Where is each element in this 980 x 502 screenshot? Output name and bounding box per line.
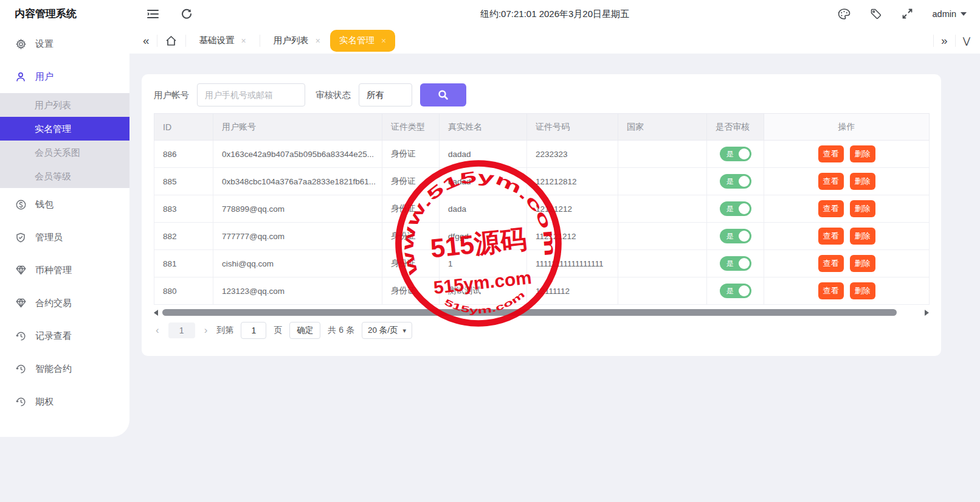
status-label: 审核状态 xyxy=(316,89,351,101)
fullscreen-icon[interactable] xyxy=(901,7,914,21)
sidebar-item-label: 用户 xyxy=(35,71,53,83)
view-button[interactable]: 查看 xyxy=(818,228,844,245)
sidebar-subitem-0[interactable]: 用户列表 xyxy=(0,93,129,117)
audit-toggle[interactable]: 是 xyxy=(720,256,751,271)
toggle-label: 是 xyxy=(726,259,734,269)
toggle-label: 是 xyxy=(726,176,734,187)
close-icon[interactable]: × xyxy=(381,36,386,46)
tab-label: 用户列表 xyxy=(274,35,309,46)
tab-label: 基础设置 xyxy=(199,35,235,46)
sidebar-item-label: 合约交易 xyxy=(35,298,72,309)
page-size-select[interactable]: 20 条/页 ▾ xyxy=(362,322,412,339)
row-id: 885 xyxy=(154,168,213,195)
sidebar-item-7[interactable]: 智能合约 xyxy=(0,352,129,385)
sidebar-item-3[interactable]: 管理员 xyxy=(0,221,129,254)
toggle-knob xyxy=(739,285,750,296)
user-menu[interactable]: admin xyxy=(933,9,967,19)
prev-page-icon[interactable]: ‹ xyxy=(154,324,161,336)
table-row: 8860x163ce42a9b407a5b095b6a83344e25...身份… xyxy=(154,141,930,168)
column-header: ID xyxy=(154,114,213,141)
confirm-page-button[interactable]: 确定 xyxy=(289,322,320,339)
chevron-down-icon xyxy=(961,12,967,16)
delete-button[interactable]: 删除 xyxy=(850,228,875,245)
audit-toggle[interactable]: 是 xyxy=(720,147,751,161)
view-button[interactable]: 查看 xyxy=(818,255,844,272)
tabs-scroll-right-icon[interactable]: » xyxy=(941,35,948,46)
filter-bar: 用户帐号 审核状态 所有 xyxy=(142,74,941,106)
audit-toggle[interactable]: 是 xyxy=(720,201,751,216)
sidebar-item-1[interactable]: 用户 xyxy=(0,60,129,93)
delete-button[interactable]: 删除 xyxy=(850,200,875,217)
delete-button[interactable]: 删除 xyxy=(850,255,875,272)
sidebar-item-label: 期权 xyxy=(35,396,53,408)
column-header: 真实姓名 xyxy=(440,114,527,141)
row-id: 881 xyxy=(154,250,213,277)
row-country xyxy=(618,277,707,305)
collapse-sidebar-icon[interactable] xyxy=(146,7,159,21)
sidebar-item-label: 记录查看 xyxy=(35,330,72,342)
refresh-icon[interactable] xyxy=(180,7,193,21)
audit-toggle[interactable]: 是 xyxy=(720,174,751,189)
delete-button[interactable]: 删除 xyxy=(850,173,875,190)
tag-icon[interactable] xyxy=(869,7,883,21)
gem-icon xyxy=(15,298,26,309)
close-icon[interactable]: × xyxy=(241,36,246,46)
tab-1[interactable]: 用户列表× xyxy=(267,27,326,54)
gear-icon xyxy=(15,38,26,49)
horizontal-scrollbar[interactable] xyxy=(154,309,929,316)
tab-0[interactable]: 基础设置× xyxy=(193,27,252,54)
sidebar-subitem-3[interactable]: 会员等级 xyxy=(0,164,129,188)
row-cert-type: 身份证 xyxy=(382,277,440,305)
close-icon[interactable]: × xyxy=(316,36,320,46)
page-number-button[interactable]: 1 xyxy=(168,322,195,338)
view-button[interactable]: 查看 xyxy=(818,282,844,299)
sidebar-subitem-2[interactable]: 会员关系图 xyxy=(0,141,129,164)
username: admin xyxy=(933,9,957,19)
sidebar-item-label: 设置 xyxy=(35,38,53,50)
sidebar-item-2[interactable]: 钱包 xyxy=(0,188,129,221)
tabs-scroll-left-icon[interactable]: « xyxy=(143,35,150,46)
view-button[interactable]: 查看 xyxy=(818,200,844,217)
scroll-left-arrow-icon[interactable] xyxy=(154,310,158,316)
next-page-icon[interactable]: › xyxy=(202,324,210,336)
tab-bar: « 基础设置×用户列表×实名管理× » ⋁ xyxy=(129,27,980,54)
app-title: 内容管理系统 xyxy=(15,0,77,27)
sidebar-item-0[interactable]: 设置 xyxy=(0,27,129,60)
column-header: 操作 xyxy=(764,114,930,141)
row-account: cishi@qq.com xyxy=(213,250,382,277)
sidebar-item-label: 币种管理 xyxy=(35,265,72,276)
audit-toggle[interactable]: 是 xyxy=(720,229,751,243)
row-cert-type: 身份证 xyxy=(382,250,440,277)
scrollbar-thumb[interactable] xyxy=(162,309,897,316)
home-tab-icon[interactable] xyxy=(165,34,178,47)
wallet-icon xyxy=(15,199,26,210)
row-id: 882 xyxy=(154,223,213,250)
theme-palette-icon[interactable] xyxy=(838,7,851,21)
history-icon xyxy=(15,363,26,374)
delete-button[interactable]: 删除 xyxy=(850,145,875,162)
scroll-right-arrow-icon[interactable] xyxy=(925,310,929,316)
view-button[interactable]: 查看 xyxy=(818,145,844,162)
status-select[interactable]: 所有 xyxy=(359,83,412,106)
row-actions-cell: 查看删除 xyxy=(764,250,930,277)
tabs-menu-icon[interactable]: ⋁ xyxy=(963,36,970,45)
audit-toggle[interactable]: 是 xyxy=(720,284,751,298)
row-country xyxy=(618,223,707,250)
sidebar-subitem-1[interactable]: 实名管理 xyxy=(0,117,129,141)
content-card: 用户帐号 审核状态 所有 ID用户账号证件类型真实姓名证件号码国家是否审核操作 … xyxy=(142,74,941,356)
tab-2[interactable]: 实名管理× xyxy=(330,30,395,52)
delete-button[interactable]: 删除 xyxy=(850,282,875,299)
goto-page-input[interactable] xyxy=(241,322,266,339)
sidebar-item-6[interactable]: 记录查看 xyxy=(0,319,129,352)
sidebar-item-4[interactable]: 币种管理 xyxy=(0,254,129,287)
view-button[interactable]: 查看 xyxy=(818,173,844,190)
sidebar-item-8[interactable]: 期权 xyxy=(0,385,129,418)
search-button[interactable] xyxy=(420,83,466,106)
row-country xyxy=(618,141,707,168)
row-cert-no: 12121212 xyxy=(527,195,618,223)
row-real-name: 测试测试 xyxy=(440,277,527,305)
row-cert-no: 112121212 xyxy=(527,223,618,250)
account-input[interactable] xyxy=(197,83,305,106)
sidebar-item-5[interactable]: 合约交易 xyxy=(0,287,129,319)
column-header: 证件号码 xyxy=(527,114,618,141)
